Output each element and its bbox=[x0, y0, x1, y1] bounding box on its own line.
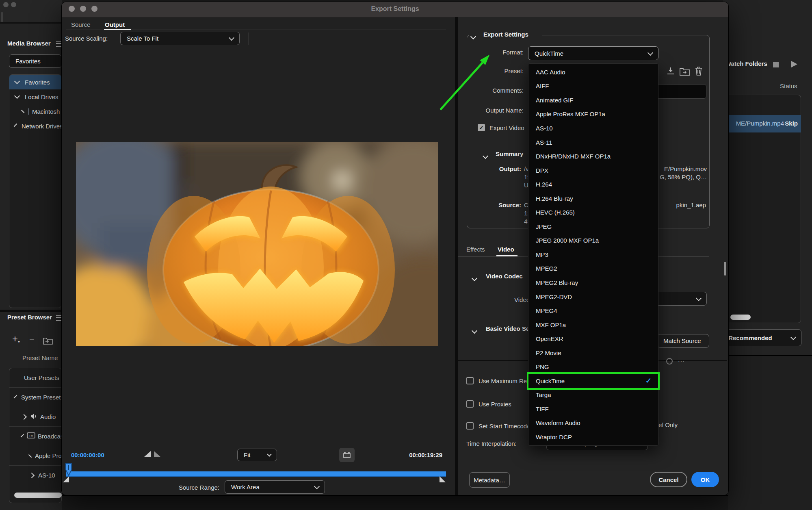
export-video-checkbox[interactable]: ✓ bbox=[478, 124, 485, 131]
delete-preset-icon[interactable] bbox=[695, 66, 703, 78]
tree-item-macintosh-hd[interactable]: Macintosh HD bbox=[9, 104, 61, 119]
status-column[interactable]: Status bbox=[780, 82, 797, 89]
tree-item-local-drives[interactable]: Local Drives bbox=[9, 89, 61, 104]
format-menu-item[interactable]: MPEG2 Blu-ray bbox=[528, 276, 658, 290]
dialog-title-bar[interactable]: Export Settings bbox=[62, 2, 728, 17]
import-preset-icon[interactable] bbox=[43, 336, 53, 346]
chevron-right-icon[interactable] bbox=[21, 414, 27, 419]
format-menu-item[interactable]: AIFF bbox=[528, 79, 658, 93]
format-menu-item-label: MXF OP1a bbox=[536, 321, 566, 328]
tree-item-label: Local Drives bbox=[25, 93, 58, 100]
remove-preset-button[interactable]: − bbox=[29, 334, 35, 345]
video-codec-collapse[interactable] bbox=[472, 275, 476, 282]
format-menu-item[interactable]: TIFF bbox=[528, 402, 658, 416]
encode-preset-dropdown[interactable]: - Recommended bbox=[718, 329, 801, 346]
format-menu-item[interactable]: Apple ProRes MXF OP1a bbox=[528, 107, 658, 122]
tab-output[interactable]: Output bbox=[105, 21, 125, 28]
start-timecode-checkbox[interactable] bbox=[466, 422, 474, 430]
crop-overlay-button[interactable] bbox=[339, 448, 355, 462]
ok-button[interactable]: OK bbox=[691, 472, 719, 487]
format-menu-item[interactable]: AS-10 bbox=[528, 121, 658, 135]
horizontal-scrollbar[interactable] bbox=[14, 493, 62, 498]
export-settings-collapse[interactable] bbox=[471, 33, 475, 40]
tree-item-as10[interactable]: AS-10 bbox=[9, 466, 61, 485]
cancel-button[interactable]: Cancel bbox=[650, 472, 687, 487]
chevron-down-icon[interactable] bbox=[14, 93, 20, 99]
import-preset-icon[interactable] bbox=[680, 67, 690, 77]
metadata-button[interactable]: Metadata… bbox=[469, 472, 510, 488]
format-menu-item[interactable]: Animated GIF bbox=[528, 93, 658, 107]
chevron-down-icon[interactable] bbox=[14, 395, 17, 398]
range-end-handle[interactable] bbox=[440, 476, 446, 484]
tree-item-system-presets[interactable]: System Presets bbox=[9, 388, 61, 407]
timeline-track[interactable] bbox=[66, 471, 446, 477]
format-menu-item[interactable]: Wraptor DCP bbox=[528, 430, 658, 444]
format-dropdown[interactable]: QuickTime bbox=[528, 46, 658, 60]
chevron-right-icon[interactable] bbox=[29, 472, 35, 478]
format-menu-item[interactable]: AS-11 bbox=[528, 135, 658, 150]
format-menu-item[interactable]: Targa bbox=[528, 388, 658, 402]
tree-item-apple-prores[interactable]: Apple ProRes bbox=[9, 446, 61, 466]
tree-item-favorites[interactable]: Favorites bbox=[9, 75, 61, 89]
format-menu-item[interactable]: P2 Movie bbox=[528, 346, 658, 360]
tree-item-audio[interactable]: Audio bbox=[9, 407, 61, 427]
tree-item-broadcast[interactable]: TV Broadcast bbox=[9, 427, 61, 446]
chevron-right-icon[interactable] bbox=[28, 454, 32, 457]
format-menu-item[interactable]: H.264 Blu-ray bbox=[528, 191, 658, 206]
chevron-down-icon[interactable] bbox=[14, 124, 17, 127]
format-menu-item[interactable]: Waveform Audio bbox=[528, 416, 658, 430]
format-menu-item[interactable]: QuickTime✓ bbox=[528, 374, 658, 388]
play-icon[interactable] bbox=[791, 61, 797, 67]
format-menu-item[interactable]: JPEG bbox=[528, 219, 658, 234]
format-menu-item[interactable]: MXF OP1a bbox=[528, 318, 658, 332]
use-proxies-checkbox[interactable] bbox=[466, 400, 474, 408]
source-range-dropdown[interactable]: Work Area bbox=[225, 480, 325, 494]
format-menu-item[interactable]: MPEG2 bbox=[528, 262, 658, 276]
format-menu-item[interactable]: JPEG 2000 MXF OP1a bbox=[528, 234, 658, 248]
background-right-panel: Watch Folders Status ME/Pumpkin.mp4 Skip… bbox=[723, 0, 812, 510]
panel-menu-icon[interactable] bbox=[56, 315, 62, 321]
tab-video[interactable]: Video bbox=[498, 246, 514, 253]
range-start-handle[interactable] bbox=[63, 476, 69, 484]
format-menu-item[interactable]: OpenEXR bbox=[528, 332, 658, 346]
tree-item-user-presets[interactable]: User Presets bbox=[9, 368, 61, 388]
chevron-down-icon[interactable] bbox=[21, 434, 24, 437]
favorites-combo[interactable]: Favorites bbox=[9, 54, 62, 68]
format-menu-item[interactable]: H.264 bbox=[528, 177, 658, 191]
playhead[interactable] bbox=[65, 462, 72, 478]
tree-item-label: Audio bbox=[40, 413, 56, 420]
chevron-down-icon[interactable] bbox=[14, 78, 20, 84]
tree-item-network-drives[interactable]: Network Drives bbox=[9, 119, 61, 133]
format-menu-item[interactable]: MP3 bbox=[528, 247, 658, 262]
tab-source[interactable]: Source bbox=[71, 21, 91, 28]
zoom-fit-dropdown[interactable]: Fit bbox=[237, 449, 277, 461]
more-options-icon[interactable]: … bbox=[678, 356, 686, 364]
right-panel-scrollbar[interactable] bbox=[724, 262, 726, 276]
format-menu-item[interactable]: DPX bbox=[528, 163, 658, 178]
queue-row[interactable]: ME/Pumpkin.mp4 Skip bbox=[723, 115, 801, 132]
zoom-level-icon[interactable] bbox=[666, 358, 673, 365]
format-menu-item-label: Apple ProRes MXF OP1a bbox=[536, 111, 605, 117]
format-menu-item[interactable]: MPEG4 bbox=[528, 304, 658, 318]
source-range-value: Work Area bbox=[225, 484, 260, 490]
source-scaling-dropdown[interactable]: Scale To Fit bbox=[120, 32, 240, 45]
max-render-checkbox[interactable] bbox=[466, 377, 474, 384]
format-menu-item[interactable]: MPEG2-DVD bbox=[528, 290, 658, 304]
current-timecode[interactable]: 00:00:00:00 bbox=[71, 451, 104, 458]
format-menu-item[interactable]: AAC Audio bbox=[528, 65, 658, 79]
format-menu-item[interactable]: DNxHR/DNxHD MXF OP1a bbox=[528, 149, 658, 163]
preset-name-column[interactable]: Preset Name bbox=[22, 354, 58, 361]
queue-hscrollbar[interactable] bbox=[730, 315, 751, 320]
stop-icon[interactable] bbox=[773, 62, 779, 67]
set-in-point-icon[interactable] bbox=[143, 451, 161, 460]
match-source-label: Match Source bbox=[663, 337, 701, 344]
summary-collapse[interactable] bbox=[483, 152, 487, 160]
save-preset-icon[interactable] bbox=[666, 66, 676, 78]
format-menu-item[interactable]: HEVC (H.265) bbox=[528, 205, 658, 219]
chevron-right-icon[interactable] bbox=[21, 110, 24, 113]
panel-menu-icon[interactable] bbox=[56, 41, 62, 47]
format-menu-item[interactable]: PNG bbox=[528, 360, 658, 374]
tab-effects[interactable]: Effects bbox=[466, 246, 485, 253]
basic-video-collapse[interactable] bbox=[472, 327, 476, 334]
add-preset-button[interactable]: +▾ bbox=[12, 333, 20, 345]
